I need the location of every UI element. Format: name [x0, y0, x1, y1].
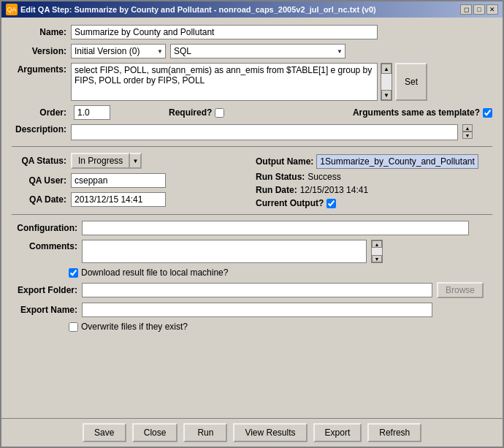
close-button[interactable]: ✕ [486, 4, 498, 15]
comments-scroll-down[interactable]: ▼ [372, 255, 382, 262]
divider-1 [12, 146, 492, 147]
output-name-label: Output Name: [256, 156, 313, 167]
output-name-value: 1Summarize_by_County_and_Pollutant [316, 154, 478, 169]
app-icon: QA [6, 4, 18, 15]
comments-scroll-up[interactable]: ▲ [372, 240, 382, 248]
set-button[interactable]: Set [395, 63, 427, 101]
status-btn[interactable]: In Progress [71, 153, 130, 169]
qa-date-label: QA Date: [12, 194, 66, 205]
divider-2 [12, 214, 492, 215]
bottom-bar: Save Close Run View Results Export Refre… [1, 418, 503, 447]
required-checkbox-group: Required? [169, 107, 224, 118]
description-input[interactable] [71, 124, 458, 140]
export-name-row: Export Name: [12, 303, 492, 317]
run-button[interactable]: Run [183, 423, 227, 442]
export-button[interactable]: Export [313, 423, 362, 442]
refresh-button[interactable]: Refresh [367, 423, 421, 442]
export-folder-row: Export Folder: Browse [12, 282, 492, 298]
configuration-row: Configuration: [12, 221, 492, 235]
download-label: Download result file to local machine? [81, 267, 228, 278]
name-input[interactable] [71, 25, 378, 39]
arguments-textarea[interactable]: select FIPS, POLL, sum(ann_emis) as ann_… [71, 63, 378, 101]
maximize-button[interactable]: □ [473, 4, 485, 15]
title-buttons: ◻ □ ✕ [460, 4, 498, 15]
version-row: Version: Initial Version (0) SQL [12, 44, 492, 58]
export-name-input[interactable] [82, 303, 432, 317]
configuration-input[interactable] [82, 221, 469, 235]
qa-user-input[interactable] [71, 173, 166, 188]
qa-status-label: QA Status: [12, 156, 66, 166]
desc-scroll-up[interactable]: ▲ [462, 124, 473, 132]
download-row: Download result file to local machine? [12, 267, 492, 278]
download-checkbox[interactable] [69, 268, 78, 278]
version-select-wrapper: Initial Version (0) [71, 44, 166, 58]
close-button-btn[interactable]: Close [132, 423, 178, 442]
arguments-row: Arguments: select FIPS, POLL, sum(ann_em… [12, 63, 492, 101]
current-output-row: Current Output? [256, 198, 492, 208]
qa-user-row: QA User: [12, 173, 248, 188]
scroll-down-btn[interactable]: ▼ [381, 90, 392, 100]
qa-date-row: QA Date: [12, 192, 248, 207]
order-input[interactable] [74, 105, 110, 120]
sql-select[interactable]: SQL [170, 44, 345, 58]
current-output-label: Current Output? [256, 198, 324, 208]
title-bar: QA Edit QA Step: Summarize by County and… [1, 1, 503, 18]
name-label: Name: [12, 27, 66, 37]
export-folder-input[interactable] [82, 283, 432, 297]
run-date-value: 12/15/2013 14:41 [300, 185, 368, 195]
run-status-label: Run Status: [256, 172, 305, 182]
version-select[interactable]: Initial Version (0) [71, 44, 166, 58]
overwrite-row: Overwrite files if they exist? [12, 322, 492, 332]
args-container: select FIPS, POLL, sum(ann_emis) as ann_… [71, 63, 492, 101]
scroll-up-btn[interactable]: ▲ [381, 64, 392, 74]
required-checkbox[interactable] [215, 108, 224, 118]
comments-label: Comments: [12, 240, 77, 251]
save-button[interactable]: Save [83, 423, 126, 442]
qa-section: QA Status: In Progress ▼ QA User: QA Dat… [12, 153, 492, 208]
overwrite-checkbox[interactable] [69, 322, 78, 332]
run-status-row: Run Status: Success [256, 172, 492, 182]
run-status-value: Success [308, 172, 340, 182]
qa-right: Output Name: 1Summarize_by_County_and_Po… [256, 153, 492, 208]
run-date-label: Run Date: [256, 185, 297, 195]
comments-scrollbar: ▲ ▼ [371, 240, 383, 263]
description-label: Description: [12, 124, 66, 134]
main-window: QA Edit QA Step: Summarize by County and… [0, 0, 504, 448]
description-row: Description: ▲ ▼ [12, 124, 492, 140]
status-arrow[interactable]: ▼ [130, 153, 142, 169]
desc-scrollbar: ▲ ▼ [462, 124, 474, 140]
current-output-checkbox[interactable] [327, 199, 336, 208]
qa-user-label: QA User: [12, 175, 66, 186]
window-title: Edit QA Step: Summarize by County and Po… [20, 5, 376, 14]
args-same-label: Arguments same as template? [353, 107, 480, 118]
required-label: Required? [169, 107, 212, 118]
sql-select-wrapper: SQL [170, 44, 345, 58]
qa-status-row: QA Status: In Progress ▼ [12, 153, 248, 169]
view-results-button[interactable]: View Results [233, 423, 307, 442]
export-folder-label: Export Folder: [12, 285, 77, 295]
order-row: Order: Required? Arguments same as templ… [12, 105, 492, 120]
arguments-label: Arguments: [12, 63, 66, 75]
args-same-checkbox[interactable] [483, 108, 492, 118]
qa-date-input[interactable] [71, 192, 166, 207]
comments-row: Comments: ▲ ▼ [12, 240, 492, 263]
output-name-row: Output Name: 1Summarize_by_County_and_Po… [256, 154, 492, 169]
version-label: Version: [12, 46, 66, 56]
name-row: Name: [12, 25, 492, 39]
run-date-row: Run Date: 12/15/2013 14:41 [256, 185, 492, 195]
comments-textarea[interactable] [82, 240, 367, 263]
args-same-group: Arguments same as template? [353, 107, 492, 118]
status-dropdown: In Progress ▼ [71, 153, 142, 169]
qa-left: QA Status: In Progress ▼ QA User: QA Dat… [12, 153, 248, 208]
form-content: Name: Version: Initial Version (0) SQL A… [1, 18, 503, 418]
export-name-label: Export Name: [12, 305, 77, 315]
configuration-label: Configuration: [12, 223, 77, 233]
overwrite-label: Overwrite files if they exist? [81, 322, 188, 332]
desc-scroll-down[interactable]: ▼ [462, 132, 473, 139]
browse-button[interactable]: Browse [437, 282, 484, 298]
args-scrollbar: ▲ ▼ [381, 63, 392, 101]
restore-button[interactable]: ◻ [460, 4, 472, 15]
order-label: Order: [12, 107, 66, 118]
